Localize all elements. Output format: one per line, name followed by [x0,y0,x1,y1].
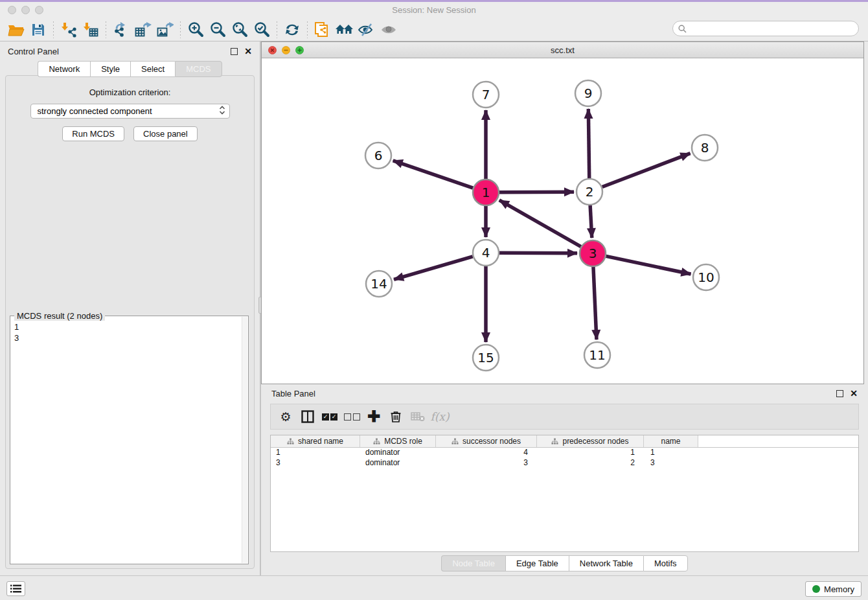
graph-node-8[interactable]: 8 [692,135,718,161]
toolbar-separator [277,21,277,38]
graph-edge-3-10[interactable] [606,256,691,274]
graph-edge-1-2[interactable] [499,192,574,192]
close-panel-button[interactable]: Close panel [133,126,198,141]
zoom-in-icon[interactable] [185,20,207,40]
settings-gear-icon[interactable]: ⚙ [276,408,295,426]
network-minimize-icon[interactable] [282,46,290,54]
tab-mcds[interactable]: MCDS [175,61,222,77]
graph-edge-1-6[interactable] [393,161,473,188]
cell-predecessor-nodes[interactable]: 1 [537,448,644,458]
import-network-icon[interactable] [58,20,80,40]
optimization-criterion-select[interactable]: strongly connected component [30,104,230,119]
close-panel-icon[interactable]: ✕ [244,47,252,56]
cell-name[interactable]: 3 [644,458,698,468]
graph-edge-2-8[interactable] [602,154,691,187]
export-image-icon[interactable] [154,20,176,40]
control-panel-title: Control Panel [8,47,59,56]
zoom-out-icon[interactable] [207,20,229,40]
zoom-fit-icon[interactable] [229,20,251,40]
show-column-icon[interactable] [298,408,317,426]
save-session-icon[interactable] [27,20,49,40]
open-session-icon[interactable] [5,20,27,40]
tab-node-table[interactable]: Node Table [441,555,505,571]
hide-selected-icon[interactable] [356,20,378,40]
network-view-window: scc.txt 7968124314101511 [261,41,864,384]
tab-edge-table[interactable]: Edge Table [505,555,569,571]
close-table-panel-icon[interactable]: ✕ [850,389,858,398]
column-type-icon [373,438,380,445]
clone-network-icon[interactable] [312,20,334,40]
select-all-columns-icon[interactable]: ✓✓ [320,408,339,426]
graph-node-4[interactable]: 4 [473,240,499,266]
column-header-shared-name[interactable]: shared name [271,435,360,447]
graph-node-14[interactable]: 14 [366,271,392,297]
zoom-selected-icon[interactable] [251,20,273,40]
graph-node-9[interactable]: 9 [575,80,601,106]
float-panel-icon[interactable] [231,48,238,55]
network-close-icon[interactable] [268,46,277,54]
column-header-successor-nodes[interactable]: successor nodes [436,435,537,447]
graph-node-15[interactable]: 15 [473,345,499,371]
cell-mcds-role[interactable]: dominator [360,448,436,458]
export-table-icon[interactable] [132,20,154,40]
cell-shared-name[interactable]: 3 [271,458,360,468]
network-window-title: scc.txt [262,45,863,55]
delete-column-icon[interactable] [386,408,405,426]
tab-select[interactable]: Select [130,61,175,77]
graph-edge-2-9[interactable] [588,109,589,178]
graph-node-6[interactable]: 6 [365,143,391,168]
search-field[interactable] [672,21,859,36]
optimization-criterion-label: Optimization criterion: [6,87,254,97]
float-table-panel-icon[interactable] [836,390,843,397]
network-window-titlebar[interactable]: scc.txt [262,42,863,58]
cell-predecessor-nodes[interactable]: 2 [537,458,644,468]
search-input[interactable] [690,24,845,33]
cell-mcds-role[interactable]: dominator [360,458,436,468]
cell-shared-name[interactable]: 1 [271,448,360,458]
result-scrollbar[interactable] [242,317,247,563]
deselect-all-columns-icon[interactable] [342,408,361,426]
graph-edge-2-3[interactable] [590,205,592,238]
graph-node-7[interactable]: 7 [473,82,499,108]
tab-network-table[interactable]: Network Table [569,555,643,571]
export-network-icon[interactable] [110,20,132,40]
graph-node-11[interactable]: 11 [584,342,610,368]
table-row[interactable]: 1 dominator 4 1 1 [271,448,858,458]
graph-node-3[interactable]: 3 [580,240,606,266]
graph-edge-3-11[interactable] [593,267,597,340]
mcds-result-text[interactable]: 1 3 [14,321,242,561]
graph-edge-4-3[interactable] [499,253,577,253]
cell-name[interactable]: 1 [644,448,698,458]
show-task-history-button[interactable] [6,581,25,596]
delete-table-icon [408,408,428,426]
cell-successor-nodes[interactable]: 3 [436,458,537,468]
column-header-mcds-role[interactable]: MCDS role [360,435,436,447]
add-column-icon[interactable]: ✚ [364,408,383,426]
graph-node-2[interactable]: 2 [577,179,602,205]
show-all-icon[interactable] [378,20,400,40]
import-table-icon[interactable] [80,20,102,40]
svg-text:15: 15 [477,350,494,365]
toolbar-separator [106,21,106,38]
graph-node-1[interactable]: 1 [473,179,499,205]
column-header-predecessor-nodes[interactable]: predecessor nodes [537,435,644,447]
node-table[interactable]: shared name MCDS role successor nodes pr… [270,435,859,552]
network-maximize-icon[interactable] [295,46,304,54]
tab-motifs[interactable]: Motifs [643,555,688,571]
run-mcds-button[interactable]: Run MCDS [62,126,124,141]
network-canvas[interactable]: 7968124314101511 [262,58,863,384]
column-header-name[interactable]: name [644,435,698,447]
chevron-updown-icon [219,105,225,117]
first-neighbors-icon[interactable] [334,20,356,40]
toolbar-separator [307,21,308,38]
apply-layout-icon[interactable] [281,20,303,40]
toolbar-separator [180,21,181,38]
graph-edge-4-14[interactable] [394,257,473,279]
table-row[interactable]: 3 dominator 3 2 3 [271,458,858,468]
memory-button[interactable]: Memory [805,581,862,597]
graph-node-10[interactable]: 10 [693,264,719,290]
graph-edge-3-1[interactable] [499,200,581,247]
tab-style[interactable]: Style [90,61,130,77]
cell-successor-nodes[interactable]: 4 [436,448,537,458]
tab-network[interactable]: Network [38,61,90,77]
